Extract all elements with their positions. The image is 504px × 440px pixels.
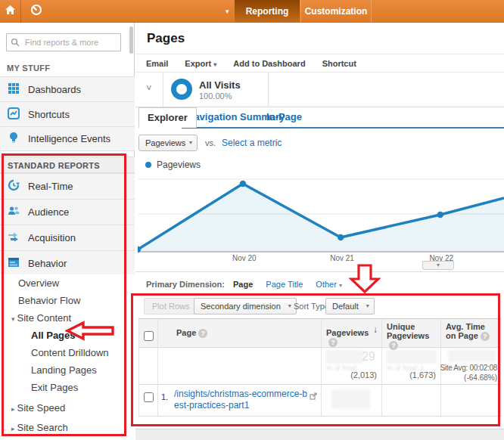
- sidebar-item-exit-pages[interactable]: Exit Pages: [0, 379, 135, 396]
- segment-name: All Visits: [199, 79, 241, 91]
- sidebar-item-behavior[interactable]: Behavior: [0, 250, 135, 276]
- open-page-external-icon[interactable]: [310, 389, 317, 403]
- svg-text:Nov 21: Nov 21: [330, 254, 354, 262]
- table-header-row: Page? Pageviews? ↓ Unique Pageviews? Avg…: [138, 319, 501, 348]
- column-header-avg-time[interactable]: Avg. Time on Page?: [441, 319, 501, 347]
- totals-unique-pageviews-cell: % of Total: 1 (1,673): [382, 348, 441, 384]
- tab-reporting[interactable]: Reporting: [235, 0, 300, 23]
- shortcut-button[interactable]: Shortcut: [322, 59, 356, 68]
- analytics-brand-button[interactable]: [26, 0, 47, 23]
- select-all-checkbox[interactable]: [144, 331, 154, 341]
- table-totals-row: 29 % of Total: (2,013) % of Total: 1 (1,…: [138, 348, 501, 385]
- caret-down-icon: ▾: [11, 315, 15, 323]
- sidebar-item-all-pages[interactable]: All Pages: [0, 327, 135, 344]
- sidebar-item-content-drilldown[interactable]: Content Drilldown: [0, 344, 135, 361]
- main-content: Pages Email Export ▾ Add to Dashboard Sh…: [135, 23, 504, 440]
- tab-explorer[interactable]: Explorer: [138, 107, 197, 128]
- sidebar-item-site-content[interactable]: ▾Site Content: [0, 309, 135, 327]
- totals-avg-time-cell: Site Avg: 00:02:08 (-64.68%): [441, 348, 501, 384]
- page-title: Pages: [147, 31, 185, 46]
- tab-in-page[interactable]: In-Page: [266, 111, 302, 122]
- sidebar-item-real-time[interactable]: Real-Time: [0, 173, 135, 199]
- dimension-page[interactable]: Page: [233, 280, 253, 289]
- redacted-value-fragment: 29: [362, 350, 375, 364]
- site-avg-delta: (-64.68%): [464, 373, 497, 382]
- redacted-value: [332, 390, 369, 408]
- sort-type-dropdown[interactable]: Default ▾: [325, 298, 375, 315]
- metric-dropdown[interactable]: Pageviews ▾: [138, 135, 198, 151]
- sidebar-item-label: Behavior: [28, 258, 67, 269]
- sidebar-item-intelligence-events[interactable]: Intelligence Events: [0, 126, 135, 151]
- row-unique-pageviews-cell: [382, 385, 441, 416]
- segment-all-visits[interactable]: All Visits 100.00%: [163, 73, 269, 107]
- page-url-link[interactable]: /insights/christmas-ecommerce-best-pract…: [174, 389, 309, 411]
- sidebar-item-label: Audience: [28, 206, 69, 218]
- column-header-unique-pageviews[interactable]: Unique Pageviews?: [382, 319, 441, 347]
- sidebar: MY STUFF Dashboards: [0, 23, 135, 440]
- sidebar-item-landing-pages[interactable]: Landing Pages: [0, 361, 135, 379]
- timeline-expander-button[interactable]: ▾: [422, 261, 454, 270]
- sidebar-item-dashboards[interactable]: Dashboards: [0, 76, 135, 101]
- segment-collapse-chevron[interactable]: ˅: [146, 82, 152, 94]
- real-time-icon: [8, 179, 20, 194]
- dashboards-icon: [8, 82, 20, 97]
- help-icon[interactable]: ?: [481, 332, 490, 341]
- column-header-page[interactable]: Page?: [158, 319, 322, 347]
- sidebar-item-behavior-flow[interactable]: Behavior Flow: [0, 292, 135, 309]
- sidebar-item-label: Intelligence Events: [28, 133, 110, 144]
- export-button[interactable]: Export ▾: [185, 59, 216, 68]
- lightbulb-icon: [8, 132, 20, 146]
- help-icon[interactable]: ?: [328, 338, 338, 347]
- email-button[interactable]: Email: [146, 59, 168, 68]
- dimension-page-title[interactable]: Page Title: [266, 280, 303, 289]
- sidebar-item-label: Acquisition: [28, 232, 76, 243]
- home-button[interactable]: [0, 0, 21, 23]
- chart-legend: Pageviews: [145, 160, 201, 170]
- caret-right-icon: ▸: [11, 425, 15, 432]
- row-avg-time-cell: [441, 385, 501, 416]
- sidebar-item-label: Shortcuts: [28, 109, 70, 120]
- sidebar-item-site-speed[interactable]: ▸Site Speed: [0, 399, 135, 417]
- audience-icon: [8, 205, 20, 219]
- add-to-dashboard-button[interactable]: Add to Dashboard: [233, 59, 305, 68]
- site-avg-time: Site Avg: 00:02:08: [440, 364, 497, 372]
- my-stuff-heading: MY STUFF: [7, 64, 50, 73]
- select-a-metric-link[interactable]: Select a metric: [222, 138, 282, 148]
- plot-rows-button[interactable]: Plot Rows: [144, 298, 198, 315]
- row-checkbox[interactable]: [144, 392, 154, 402]
- dimension-other[interactable]: Other ▾: [316, 280, 342, 289]
- pageviews-chart: Nov 20Nov 21Nov 22: [138, 174, 504, 263]
- segment-percent: 100.00%: [199, 91, 232, 101]
- secondary-dimension-dropdown[interactable]: Secondary dimension ▾: [194, 298, 297, 315]
- column-header-pageviews[interactable]: Pageviews? ↓: [322, 319, 382, 347]
- sidebar-item-overview[interactable]: Overview: [0, 274, 135, 292]
- tab-underline: [182, 127, 504, 129]
- help-icon[interactable]: ?: [198, 329, 207, 338]
- sidebar-item-shortcuts[interactable]: Shortcuts: [0, 101, 135, 126]
- legend-label: Pageviews: [157, 160, 201, 170]
- search-input[interactable]: [7, 34, 120, 51]
- sidebar-item-audience[interactable]: Audience: [0, 199, 135, 225]
- sort-descending-icon: ↓: [373, 324, 378, 335]
- sidebar-item-site-search[interactable]: ▸Site Search: [0, 419, 135, 436]
- caret-right-icon: ▸: [11, 405, 15, 413]
- standard-reports-heading: STANDARD REPORTS: [0, 156, 135, 173]
- primary-dimension-row: Primary Dimension: Page Page Title Other…: [146, 280, 342, 289]
- row-page-cell: 1. /insights/christmas-ecommerce-best-pr…: [158, 385, 322, 416]
- sidebar-scrollbar[interactable]: [129, 26, 133, 54]
- sidebar-item-acquisition[interactable]: Acquisition: [0, 225, 135, 250]
- divider: [135, 271, 504, 272]
- topbar: ▾ Reporting Customization: [0, 0, 504, 23]
- account-dropdown-caret[interactable]: ▾: [226, 8, 229, 15]
- row-pageviews-cell: [322, 385, 382, 416]
- segment-donut-icon: [171, 79, 192, 100]
- redacted-value: [387, 351, 436, 363]
- footer-strip: [135, 429, 504, 440]
- shortcuts-icon: [8, 107, 20, 122]
- segment-row: ˅ All Visits 100.00%: [135, 73, 504, 107]
- tab-customization[interactable]: Customization: [300, 0, 372, 23]
- report-action-bar: Email Export ▾ Add to Dashboard Shortcut: [135, 54, 504, 73]
- behavior-icon: [8, 256, 20, 271]
- svg-text:Nov 20: Nov 20: [232, 254, 257, 262]
- my-stuff-group: Dashboards Shortcuts: [0, 76, 135, 151]
